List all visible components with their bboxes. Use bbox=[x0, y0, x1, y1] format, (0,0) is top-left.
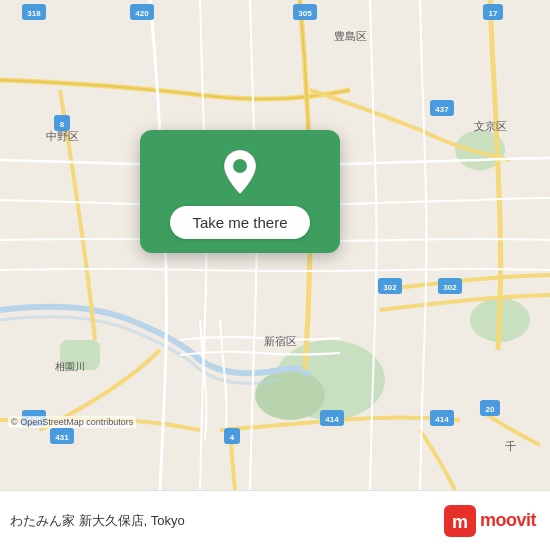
svg-text:318: 318 bbox=[27, 9, 41, 18]
svg-point-41 bbox=[233, 159, 247, 173]
svg-text:17: 17 bbox=[489, 9, 498, 18]
svg-text:437: 437 bbox=[435, 105, 449, 114]
location-text: わたみん家 新大久保店, Tokyo bbox=[10, 512, 185, 530]
svg-text:千: 千 bbox=[505, 440, 516, 452]
bottom-bar: わたみん家 新大久保店, Tokyo m moovit bbox=[0, 490, 550, 550]
svg-text:431: 431 bbox=[55, 433, 69, 442]
svg-text:302: 302 bbox=[383, 283, 397, 292]
svg-text:20: 20 bbox=[486, 405, 495, 414]
svg-text:文京区: 文京区 bbox=[474, 120, 507, 132]
svg-text:305: 305 bbox=[298, 9, 312, 18]
svg-text:相園川: 相園川 bbox=[55, 361, 85, 372]
svg-text:豊島区: 豊島区 bbox=[334, 30, 367, 42]
svg-text:新宿区: 新宿区 bbox=[264, 335, 297, 347]
svg-text:8: 8 bbox=[60, 120, 65, 129]
svg-point-2 bbox=[255, 370, 325, 420]
svg-text:414: 414 bbox=[435, 415, 449, 424]
osm-credit: © OpenStreetMap contributors bbox=[8, 416, 136, 428]
moovit-logo: m moovit bbox=[444, 505, 536, 537]
take-me-there-button[interactable]: Take me there bbox=[170, 206, 309, 239]
location-pin-icon bbox=[220, 148, 260, 196]
popup-card: Take me there bbox=[140, 130, 340, 253]
svg-text:302: 302 bbox=[443, 283, 457, 292]
svg-text:m: m bbox=[452, 512, 468, 532]
svg-text:420: 420 bbox=[135, 9, 149, 18]
svg-text:414: 414 bbox=[325, 415, 339, 424]
moovit-label: moovit bbox=[480, 510, 536, 531]
moovit-icon: m bbox=[444, 505, 476, 537]
svg-text:4: 4 bbox=[230, 433, 235, 442]
svg-text:中野区: 中野区 bbox=[46, 130, 79, 142]
map-container: 318 420 8 305 17 437 302 302 420 414 bbox=[0, 0, 550, 490]
